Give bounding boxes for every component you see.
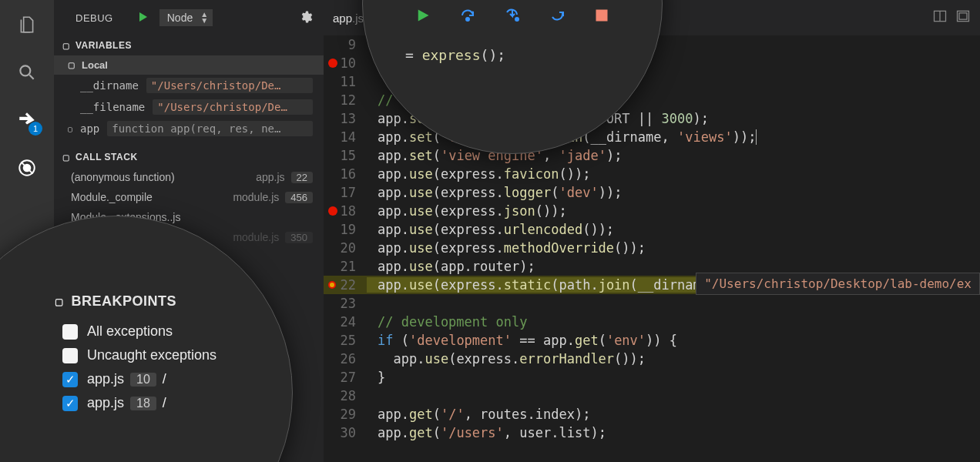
variable-row[interactable]: __filename "/Users/christop/De…: [54, 96, 324, 118]
code-line[interactable]: 24// development only: [324, 313, 980, 331]
line-number[interactable]: 25: [324, 333, 367, 348]
gear-icon[interactable]: [299, 10, 313, 26]
variable-value: "/Users/christop/De…: [153, 99, 313, 115]
code-content[interactable]: app.use(express.errorHandler());: [367, 351, 646, 367]
code-content[interactable]: // development only: [367, 314, 527, 330]
code-content[interactable]: }: [367, 370, 385, 385]
line-number[interactable]: 23: [324, 296, 367, 311]
breakpoint-item[interactable]: ✓ app.js 10 /: [62, 371, 253, 387]
code-content[interactable]: app.get('/', routes.index);: [367, 407, 590, 422]
bp-file: app.js: [87, 395, 124, 411]
scm-icon[interactable]: 1: [16, 109, 38, 131]
debug-config-select[interactable]: Node: [159, 9, 213, 26]
debug-hover: "/Users/christop/Desktop/lab-demo/ex: [696, 273, 980, 295]
code-line[interactable]: 17app.use(express.logger('dev'));: [324, 183, 980, 202]
svg-point-0: [20, 65, 30, 75]
line-number[interactable]: 21: [324, 259, 367, 274]
code-content[interactable]: app.use(express.json());: [367, 203, 567, 219]
breakpoint-dot-icon[interactable]: [328, 206, 337, 216]
callstack-section[interactable]: ▢ CALL STACK: [54, 147, 324, 167]
checkbox-checked-icon[interactable]: ✓: [62, 396, 78, 411]
line-number[interactable]: 22: [324, 277, 367, 293]
variable-row[interactable]: __dirname "/Users/christop/De…: [54, 75, 324, 96]
stack-frame[interactable]: (anonymous function) app.js 22: [54, 167, 324, 187]
breakpoint-all-exceptions[interactable]: All exceptions: [62, 323, 253, 340]
explorer-icon[interactable]: [16, 14, 38, 35]
code-line[interactable]: 16app.use(express.favicon());: [324, 165, 980, 183]
variable-row[interactable]: ▢ app function app(req, res, ne…: [54, 118, 324, 139]
checkbox-unchecked-icon[interactable]: [62, 348, 78, 363]
checkbox-checked-icon[interactable]: ✓: [62, 372, 78, 387]
search-icon[interactable]: [16, 62, 38, 83]
code-line[interactable]: 26 app.use(express.errorHandler());: [324, 350, 980, 368]
stack-frame[interactable]: Module._compile module.js 456: [54, 187, 324, 207]
stack-file: app.js: [256, 171, 284, 183]
code-line[interactable]: 19app.use(express.urlencoded());: [324, 220, 980, 239]
code-line[interactable]: 14app.set('views', path.join(__dirname, …: [324, 128, 980, 146]
code-line[interactable]: 18app.use(express.json());: [324, 202, 980, 220]
code-line[interactable]: 30app.get('/users', user.list);: [324, 424, 980, 442]
line-number[interactable]: 9: [324, 37, 367, 52]
line-number[interactable]: 30: [324, 425, 367, 440]
continue-icon[interactable]: [414, 7, 431, 24]
code-line[interactable]: 23: [324, 294, 980, 313]
line-number[interactable]: 15: [324, 148, 367, 163]
code-line[interactable]: 28: [324, 387, 980, 405]
breakpoint-item[interactable]: ✓ app.js 18 /: [62, 395, 253, 411]
code-content[interactable]: app.use(express.logger('dev'));: [367, 185, 622, 200]
line-number[interactable]: 11: [324, 74, 367, 89]
code-line[interactable]: 20app.use(express.methodOverride());: [324, 239, 980, 257]
bp-path: /: [163, 395, 166, 411]
line-number[interactable]: 20: [324, 240, 367, 256]
svg-point-6: [466, 18, 469, 21]
line-number[interactable]: 14: [324, 129, 367, 145]
bp-label: Uncaught exceptions: [87, 347, 216, 363]
local-scope[interactable]: ▢ Local: [54, 55, 324, 75]
bp-line: 18: [130, 397, 156, 410]
debug-icon[interactable]: [16, 157, 38, 179]
code-content[interactable]: if ('development' == app.get('env')) {: [367, 333, 677, 348]
breakpoint-dot-icon[interactable]: [328, 281, 336, 289]
line-number[interactable]: 28: [324, 388, 367, 403]
chevron-down-icon: ▢: [62, 153, 71, 162]
line-number[interactable]: 29: [324, 407, 367, 422]
line-number[interactable]: 18: [324, 203, 367, 219]
variables-section[interactable]: ▢ VARIABLES: [54, 35, 324, 55]
line-number[interactable]: 24: [324, 314, 367, 330]
line-number[interactable]: 12: [324, 92, 367, 108]
line-number[interactable]: 13: [324, 111, 367, 126]
breakpoints-section[interactable]: ▢ BREAKPOINTS: [55, 293, 253, 310]
code-line[interactable]: 29app.get('/', routes.index);: [324, 405, 980, 424]
code-line[interactable]: 15app.set('view engine', 'jade');: [324, 146, 980, 165]
stop-icon[interactable]: [593, 7, 610, 24]
step-out-icon[interactable]: [549, 7, 566, 24]
code-content[interactable]: app.get('/users', user.list);: [367, 425, 606, 440]
checkbox-unchecked-icon[interactable]: [62, 324, 78, 340]
stack-fn: Module._compile: [71, 191, 233, 203]
line-number[interactable]: 26: [324, 351, 367, 367]
chevron-down-icon: ▢: [62, 42, 71, 50]
line-number[interactable]: 19: [324, 222, 367, 237]
step-over-icon[interactable]: [459, 7, 476, 24]
line-number[interactable]: 27: [324, 370, 367, 385]
code-content[interactable]: app.use(express.methodOverride());: [367, 240, 646, 256]
code-line[interactable]: 27}: [324, 368, 980, 387]
lens-code-line: = express();: [405, 47, 505, 63]
local-label: Local: [82, 59, 108, 71]
code-content[interactable]: app.use(express.urlencoded());: [367, 222, 614, 237]
line-number[interactable]: 10: [324, 55, 367, 71]
code-line[interactable]: 25if ('development' == app.get('env')) {: [324, 331, 980, 350]
code-content[interactable]: app.use(app.router);: [367, 259, 535, 274]
breakpoint-uncaught-exceptions[interactable]: Uncaught exceptions: [62, 347, 253, 363]
svg-point-7: [515, 18, 519, 21]
breakpoints-label: BREAKPOINTS: [72, 293, 177, 310]
more-icon[interactable]: [955, 8, 971, 27]
line-number[interactable]: 16: [324, 166, 367, 182]
breakpoint-dot-icon[interactable]: [328, 59, 337, 68]
line-number[interactable]: 17: [324, 185, 367, 200]
step-into-icon[interactable]: [504, 7, 521, 24]
code-content[interactable]: app.use(express.favicon());: [367, 166, 590, 182]
split-editor-icon[interactable]: [932, 8, 948, 27]
start-debug-icon[interactable]: [136, 11, 149, 25]
scm-badge: 1: [29, 122, 42, 136]
